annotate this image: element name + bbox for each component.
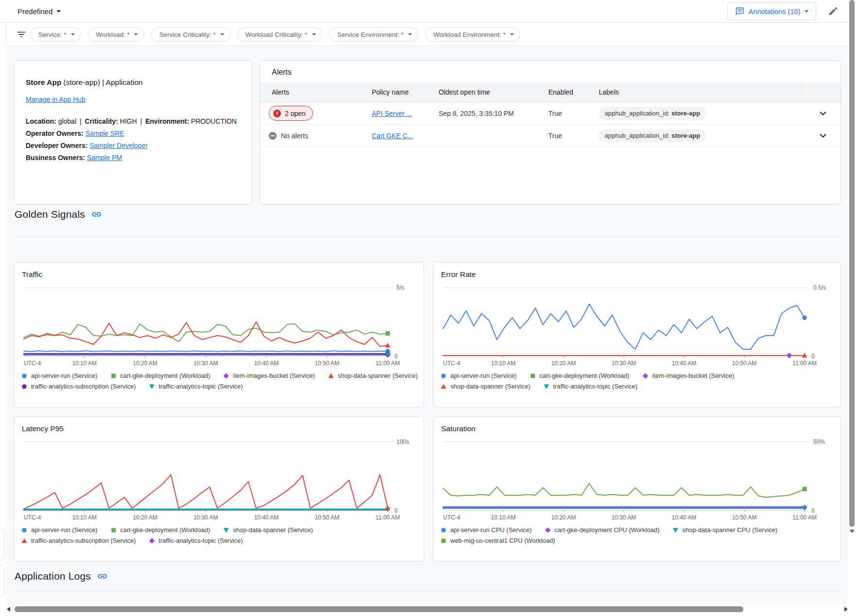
filter-chip-service-environment[interactable]: Service Environment: *: [329, 27, 418, 42]
legend-item[interactable]: cart-gke-deployment CPU (Workload): [544, 526, 660, 534]
legend-label: item-images-bucket (Service): [233, 372, 315, 379]
filter-chip-workload-criticality[interactable]: Workload Criticality: *: [237, 27, 322, 42]
svg-text:10:50 AM: 10:50 AM: [732, 360, 757, 367]
filter-chip-service-criticality[interactable]: Service Criticality: *: [151, 27, 230, 42]
svg-text:50%: 50%: [813, 438, 825, 445]
left-panel-handle[interactable]: [0, 565, 4, 598]
criticality-value: HIGH: [120, 117, 137, 125]
chip-label: Service: *: [38, 31, 66, 38]
filter-bar: Service: * Workload: * Service Criticali…: [0, 23, 856, 46]
location-label: Location:: [26, 117, 56, 125]
left-panel-handle[interactable]: [0, 528, 4, 561]
link-icon[interactable]: [97, 571, 108, 582]
chip-label: Service Environment: *: [337, 31, 404, 38]
legend-item[interactable]: traffic-analytics-subscription (Service): [21, 537, 136, 544]
legend-item[interactable]: api-server-run (Service): [21, 372, 98, 379]
app-title: Store App(store-app) | Application: [26, 78, 240, 87]
scroll-left-arrow[interactable]: [7, 607, 10, 612]
legend-item[interactable]: traffic-analytics-topic (Service): [543, 383, 638, 390]
scroll-right-arrow[interactable]: [844, 607, 848, 612]
square-marker-icon: [110, 527, 117, 534]
edit-dashboard-button[interactable]: [828, 6, 840, 17]
legend-item[interactable]: traffic-analytics-subscription (Service): [21, 383, 136, 390]
square-marker-icon: [110, 373, 117, 379]
golden-signals-title: Golden Signals: [15, 209, 85, 220]
legend-item[interactable]: shop-data-spanner CPU (Service): [672, 526, 777, 534]
tri-down-marker-icon: [543, 383, 550, 390]
policy-link[interactable]: API Server ...: [372, 110, 412, 117]
annotations-button[interactable]: Annotations (10): [727, 2, 816, 20]
filter-chip-workload-environment[interactable]: Workload Environment: *: [425, 27, 520, 42]
operator-owners-line: Operator Owners: Sample SRE: [26, 128, 240, 140]
label-chip: apphub_application_id: store-app: [599, 129, 706, 143]
filter-chip-workload[interactable]: Workload: *: [88, 27, 145, 42]
operator-owner-link[interactable]: Sample SRE: [85, 130, 124, 137]
developer-owner-link[interactable]: Sampler Developer: [90, 142, 148, 149]
view-selector-dropdown[interactable]: Predefined: [17, 0, 61, 22]
traffic-chart-plot[interactable]: 5/s010:10 AM10:20 AM10:30 AM10:40 AM10:5…: [20, 281, 418, 371]
expand-row-button[interactable]: [806, 108, 840, 119]
svg-text:0: 0: [395, 507, 398, 514]
legend-item[interactable]: api-server-run (Service): [21, 526, 98, 534]
legend-item[interactable]: shop-data-spanner (Service): [328, 372, 418, 379]
tri-up-marker-icon: [440, 383, 447, 390]
enabled-value: True: [548, 110, 599, 117]
circle-marker-icon: [440, 373, 447, 379]
environment-label: Environment:: [145, 117, 189, 125]
business-owner-link[interactable]: Sample PM: [87, 154, 122, 162]
legend-item[interactable]: api-server-run (Service): [440, 372, 517, 379]
oldest-open-time: Sep 8, 2025, 3:35:10 PM: [439, 110, 548, 117]
tri-up-marker-icon: [328, 373, 334, 379]
svg-text:UTC-4: UTC-4: [24, 360, 41, 367]
manage-in-app-hub-link[interactable]: Manage in App Hub: [26, 96, 85, 103]
svg-text:10:30 AM: 10:30 AM: [611, 514, 636, 521]
svg-text:0.5/s: 0.5/s: [813, 284, 826, 291]
legend-item[interactable]: cart-gke-deployment (Workload): [110, 372, 210, 379]
circle-marker-icon: [21, 373, 28, 379]
latency-p95-chart-plot[interactable]: 100s010:10 AM10:20 AM10:30 AM10:40 AM10:…: [20, 435, 418, 525]
diamond-marker-icon: [223, 373, 230, 379]
horizontal-scrollbar-thumb[interactable]: [15, 606, 743, 612]
expand-row-button[interactable]: [806, 130, 840, 141]
app-info-card: Store App(store-app) | Application Manag…: [14, 60, 252, 205]
alert-row-cart-gke: No alerts Cart GKE C... True apphub_appl…: [260, 125, 840, 147]
legend-item[interactable]: traffic-analytics-topic (Service): [148, 383, 243, 390]
top-toolbar: Predefined Annotations (10): [0, 0, 856, 23]
svg-text:10:20 AM: 10:20 AM: [551, 360, 576, 367]
link-icon[interactable]: [91, 209, 102, 220]
legend-item[interactable]: traffic-analytics-topic (Service): [148, 537, 243, 544]
square-marker-icon: [529, 373, 536, 379]
legend-item[interactable]: item-images-bucket (Service): [642, 372, 734, 379]
content-edge-divider: [6, 23, 6, 46]
vertical-scrollbar-thumb[interactable]: [849, 0, 855, 527]
no-alerts-icon: [269, 132, 277, 140]
saturation-chart-plot[interactable]: 50%010:10 AM10:20 AM10:30 AM10:40 AM10:5…: [439, 435, 835, 525]
legend-item[interactable]: cart-gke-deployment (Workload): [110, 526, 210, 534]
legend-item[interactable]: item-images-bucket (Service): [223, 372, 315, 379]
chevron-down-icon: [134, 33, 138, 35]
filter-chip-service[interactable]: Service: *: [30, 27, 81, 42]
column-header-policy-name: Policy name: [372, 88, 439, 96]
error-rate-chart-plot[interactable]: 0.5/s010:10 AM10:20 AM10:30 AM10:40 AM10…: [439, 281, 835, 371]
pentagon-marker-icon: [21, 383, 28, 390]
scroll-down-arrow[interactable]: [850, 530, 855, 533]
svg-text:11:00 AM: 11:00 AM: [376, 360, 400, 367]
legend-label: api-server-run (Service): [450, 372, 517, 379]
policy-link[interactable]: Cart GKE C...: [372, 132, 413, 140]
legend-item[interactable]: cart-gke-deployment (Workload): [529, 372, 629, 379]
legend-item[interactable]: api-server-run CPU (Service): [440, 526, 532, 534]
svg-text:10:10 AM: 10:10 AM: [72, 514, 97, 521]
svg-text:100s: 100s: [396, 438, 409, 445]
open-alerts-badge[interactable]: ! 2 open: [269, 106, 313, 121]
legend-item[interactable]: web-mig-us-central1 CPU (Workload): [440, 537, 555, 544]
svg-text:UTC-4: UTC-4: [443, 360, 461, 367]
app-meta-line: Location: global | Criticality: HIGH | E…: [26, 115, 240, 128]
chart-title: Error Rate: [441, 270, 840, 279]
legend-label: cart-gke-deployment (Workload): [120, 372, 210, 379]
legend-item[interactable]: shop-data-spanner (Service): [223, 526, 313, 534]
diamond-marker-icon: [544, 527, 551, 534]
svg-text:10:10 AM: 10:10 AM: [491, 514, 516, 521]
legend-item[interactable]: shop-data-spanner (Service): [440, 383, 530, 390]
svg-text:10:20 AM: 10:20 AM: [551, 514, 576, 521]
svg-text:11:00 AM: 11:00 AM: [792, 360, 817, 367]
